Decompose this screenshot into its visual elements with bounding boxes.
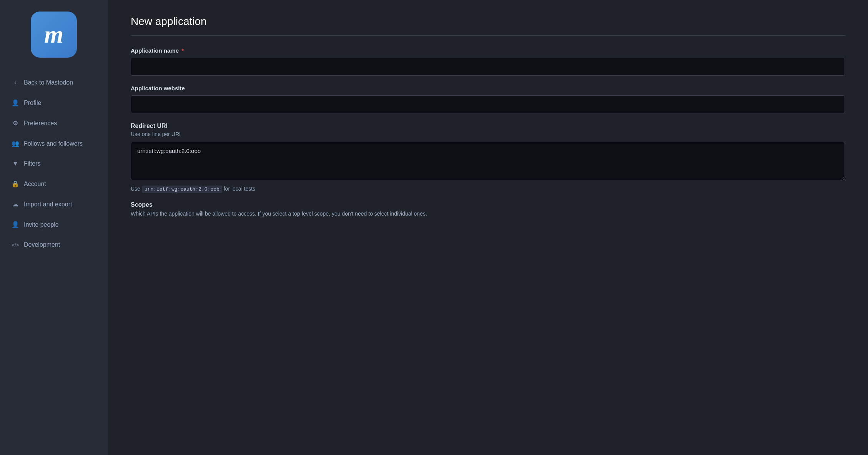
page-title: New application xyxy=(131,15,845,28)
application-name-label: Application name * xyxy=(131,47,845,54)
cloud-icon: ☁ xyxy=(12,201,19,208)
redirect-uri-code: urn:ietf:wg:oauth:2.0:oob xyxy=(142,186,222,193)
sidebar-item-label: Development xyxy=(24,241,60,248)
back-icon: ‹ xyxy=(12,79,19,86)
application-website-group: Application website xyxy=(131,85,845,113)
application-website-label: Application website xyxy=(131,85,845,91)
sidebar: m ‹ Back to Mastodon 👤 Profile ⚙ Prefere… xyxy=(0,0,108,455)
application-name-input[interactable] xyxy=(131,58,845,76)
application-website-input[interactable] xyxy=(131,95,845,113)
sidebar-item-follows-and-followers[interactable]: 👥 Follows and followers xyxy=(4,134,104,153)
application-name-group: Application name * xyxy=(131,47,845,76)
sidebar-item-invite-people[interactable]: 👤 Invite people xyxy=(4,215,104,234)
redirect-uri-textarea[interactable]: urn:ietf:wg:oauth:2.0:oob xyxy=(131,142,845,180)
sidebar-item-development[interactable]: </> Development xyxy=(4,235,104,254)
lock-icon: 🔒 xyxy=(12,180,19,188)
sidebar-item-label: Follows and followers xyxy=(24,140,83,147)
redirect-uri-title: Redirect URI xyxy=(131,123,845,130)
gear-icon: ⚙ xyxy=(12,120,19,127)
sidebar-item-label: Back to Mastodon xyxy=(24,79,73,86)
sidebar-item-label: Filters xyxy=(24,160,41,167)
main-content: New application Application name * Appli… xyxy=(108,0,868,455)
sidebar-item-label: Import and export xyxy=(24,201,72,208)
divider xyxy=(131,35,845,36)
sidebar-item-import-and-export[interactable]: ☁ Import and export xyxy=(4,194,104,214)
sidebar-item-profile[interactable]: 👤 Profile xyxy=(4,93,104,113)
redirect-uri-subtitle: Use one line per URI xyxy=(131,131,845,137)
sidebar-item-account[interactable]: 🔒 Account xyxy=(4,174,104,194)
logo-container: m xyxy=(31,12,77,58)
invite-icon: 👤 xyxy=(12,221,19,228)
scopes-title: Scopes xyxy=(131,201,845,208)
followers-icon: 👥 xyxy=(12,140,19,147)
mastodon-logo: m xyxy=(31,12,77,58)
sidebar-item-label: Invite people xyxy=(24,221,59,228)
logo-letter: m xyxy=(44,22,63,47)
sidebar-item-label: Profile xyxy=(24,100,41,106)
redirect-uri-section: Redirect URI Use one line per URI urn:ie… xyxy=(131,123,845,192)
redirect-uri-hint: Use urn:ietf:wg:oauth:2.0:oob for local … xyxy=(131,186,845,192)
sidebar-item-label: Account xyxy=(24,181,46,188)
sidebar-item-label: Preferences xyxy=(24,120,57,127)
filter-icon: ▼ xyxy=(12,160,19,167)
sidebar-item-filters[interactable]: ▼ Filters xyxy=(4,154,104,173)
nav-menu: ‹ Back to Mastodon 👤 Profile ⚙ Preferenc… xyxy=(0,73,108,255)
profile-icon: 👤 xyxy=(12,99,19,106)
code-icon: </> xyxy=(12,242,19,248)
sidebar-item-back-to-mastodon[interactable]: ‹ Back to Mastodon xyxy=(4,73,104,92)
sidebar-item-preferences[interactable]: ⚙ Preferences xyxy=(4,113,104,133)
scopes-description: Which APIs the application will be allow… xyxy=(131,211,845,217)
scopes-section: Scopes Which APIs the application will b… xyxy=(131,201,845,217)
required-star: * xyxy=(181,47,184,54)
